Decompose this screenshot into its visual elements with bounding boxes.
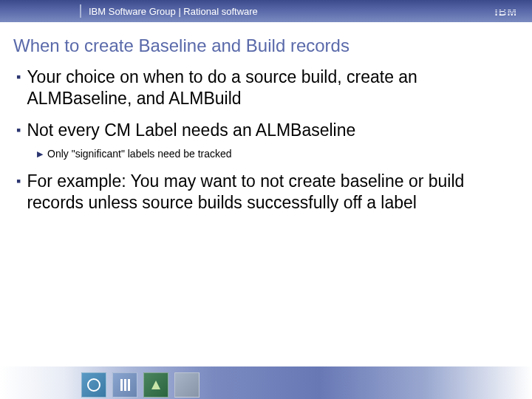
square-bullet-icon: ▪ [16, 120, 21, 140]
slide-title: When to create Baseline and Build record… [0, 22, 532, 66]
bullet-item: ▪ For example: You may want to not creat… [16, 171, 516, 214]
footer-people-icon [143, 372, 168, 398]
bullet-item: ▪ Your choice on when to do a source bui… [16, 66, 516, 109]
arrow-bullet-icon: ▶ [37, 147, 43, 160]
sub-bullet-item: ▶ Only "significant" labels need be trac… [37, 147, 516, 160]
bullet-text: For example: You may want to not create … [27, 171, 516, 214]
footer-bars-icon [112, 372, 137, 398]
sub-bullet-text: Only "significant" labels need be tracke… [47, 147, 232, 160]
square-bullet-icon: ▪ [16, 171, 21, 191]
bullet-text: Your choice on when to do a source build… [27, 66, 516, 109]
ibm-logo-icon: IBM [495, 6, 518, 17]
square-bullet-icon: ▪ [16, 66, 21, 87]
slide-header: IBM Software Group | Rational software I… [0, 0, 532, 22]
header-group-label: IBM Software Group | Rational software [89, 6, 258, 17]
header-left-group: IBM Software Group | Rational software [0, 0, 258, 22]
bullet-item: ▪ Not every CM Label needs an ALMBaselin… [16, 120, 516, 141]
header-divider [80, 4, 81, 18]
footer-grid-icon [174, 372, 200, 398]
footer-globe-icon [81, 372, 106, 398]
footer-icon-row [81, 372, 200, 398]
ibm-logo-text: IBM [495, 6, 518, 17]
bullet-text: Not every CM Label needs an ALMBaseline [27, 120, 355, 141]
slide-footer [0, 366, 532, 399]
slide-content: ▪ Your choice on when to do a source bui… [0, 66, 532, 214]
